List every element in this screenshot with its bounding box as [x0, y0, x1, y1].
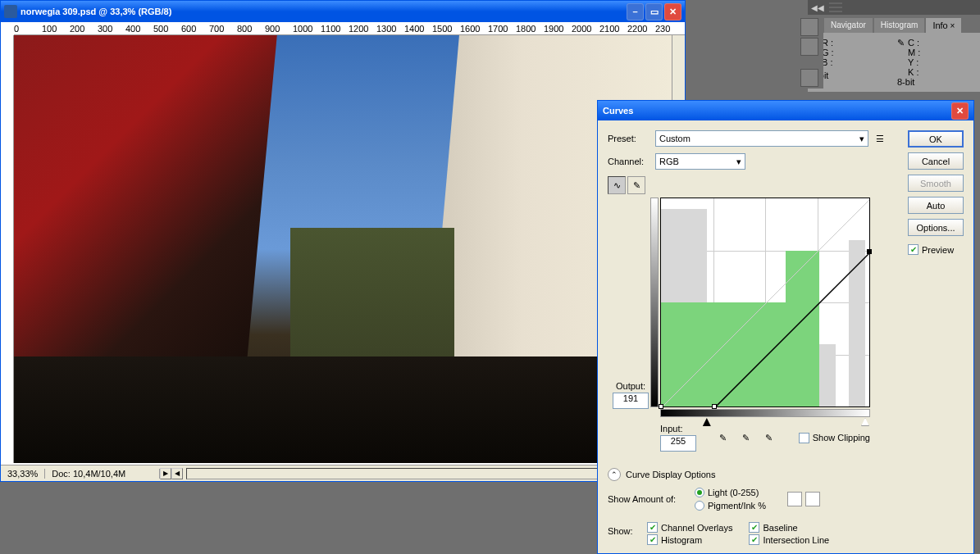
baseline-checkbox[interactable]: ✔ [749, 522, 759, 533]
tab-navigator[interactable]: Navigator [824, 18, 873, 33]
eyedropper-white-icon[interactable]: ✎ [760, 429, 777, 446]
black-slider[interactable] [703, 418, 711, 426]
preset-select[interactable]: Custom [655, 130, 868, 147]
curves-dialog: Curves ✕ OK Cancel Smooth Auto Options..… [597, 100, 974, 554]
pigment-radio[interactable] [695, 501, 704, 511]
tool-icon-1[interactable] [800, 18, 818, 36]
eyedropper-icon: ✎ [897, 38, 905, 77]
ruler-vertical[interactable] [1, 35, 14, 463]
info-b-label: B : [822, 57, 834, 67]
smooth-button[interactable]: Smooth [908, 175, 964, 192]
tab-info[interactable]: Info × [926, 18, 961, 33]
auto-button[interactable]: Auto [908, 197, 964, 214]
panel-menu-icon[interactable] [829, 2, 842, 13]
tool-icon-3[interactable] [800, 69, 818, 87]
document-window: norwegia 309.psd @ 33,3% (RGB/8) – ▭ ✕ 0… [0, 0, 686, 482]
grid-detailed-icon[interactable] [805, 492, 820, 506]
curves-titlebar[interactable]: Curves ✕ [598, 101, 973, 120]
info-r-label: R : [822, 38, 834, 48]
info-bit2: 8-bit [897, 77, 977, 87]
output-label: Output: [616, 381, 645, 391]
eyedropper-black-icon[interactable]: ✎ [714, 429, 731, 446]
ok-button[interactable]: OK [908, 130, 964, 148]
curves-dialog-title: Curves [603, 106, 951, 116]
document-canvas[interactable] [14, 35, 672, 463]
preview-label: Preview [922, 245, 954, 255]
status-bar: 33,33% Doc: 10,4M/10,4M ▶ ◀ [1, 465, 685, 481]
info-c-label: C : [908, 38, 920, 48]
show-clipping-label: Show Clipping [813, 433, 870, 443]
pigment-label: Pigment/Ink % [708, 501, 766, 511]
document-title: norwegia 309.psd @ 33,3% (RGB/8) [21, 7, 627, 16]
histogram-checkbox[interactable]: ✔ [647, 534, 658, 545]
curve-tool-pencil[interactable]: ✎ [627, 176, 645, 194]
close-button[interactable]: ✕ [664, 3, 681, 20]
tab-histogram[interactable]: Histogram [874, 18, 925, 33]
input-label: Input: [660, 424, 683, 434]
show-clipping-checkbox[interactable] [799, 433, 809, 443]
show-label: Show: [608, 526, 642, 536]
tool-icon-2[interactable] [800, 38, 818, 56]
white-slider[interactable] [861, 418, 869, 426]
preset-label: Preset: [608, 134, 650, 143]
input-gradient [660, 409, 870, 417]
grid-simple-icon[interactable] [787, 492, 802, 506]
light-label: Light (0-255) [708, 488, 759, 497]
info-panel: ◀◀ Navigator Histogram Info × ✎ R : G : … [808, 0, 980, 92]
panel-control-bar[interactable]: ◀◀ [808, 0, 980, 15]
preview-checkbox[interactable]: ✔ [908, 244, 918, 255]
zoom-level[interactable]: 33,33% [1, 469, 45, 479]
channel-label: Channel: [608, 157, 650, 166]
curves-grid[interactable] [660, 198, 870, 407]
maximize-button[interactable]: ▭ [645, 3, 663, 20]
info-k-label: K : [908, 67, 920, 77]
disclosure-button[interactable]: ⌃ [608, 468, 621, 481]
minimize-button[interactable]: – [627, 3, 644, 20]
curve [661, 198, 869, 406]
doc-info[interactable]: Doc: 10,4M/10,4M [45, 469, 160, 479]
preset-menu-icon[interactable]: ☰ [873, 134, 887, 144]
channel-select[interactable]: RGB [655, 153, 745, 170]
output-input[interactable]: 191 [613, 393, 649, 409]
eyedropper-gray-icon[interactable]: ✎ [737, 429, 754, 446]
scroll-menu-arrow[interactable]: ▶ [160, 468, 171, 479]
channel-overlays-checkbox[interactable]: ✔ [647, 522, 658, 533]
panel-collapse-icon[interactable]: ◀◀ [811, 3, 824, 12]
info-g-label: G : [822, 48, 834, 57]
curves-close-button[interactable]: ✕ [951, 102, 969, 120]
scroll-left-arrow[interactable]: ◀ [171, 468, 183, 479]
info-m-label: M : [908, 48, 920, 57]
cancel-button[interactable]: Cancel [908, 152, 964, 170]
curve-display-label: Curve Display Options [626, 470, 715, 479]
output-gradient [650, 198, 659, 407]
intersection-checkbox[interactable]: ✔ [749, 534, 759, 545]
show-amount-label: Show Amount of: [608, 494, 690, 504]
ruler-horizontal[interactable]: 0100200300400500600700800900100011001200… [14, 22, 685, 35]
info-panel-body: ✎ R : G : B : 8-bit ✎ C : M : Y : K : 8-… [808, 33, 980, 92]
curve-tool-points[interactable]: ∿ [608, 176, 626, 194]
options-button[interactable]: Options... [908, 219, 964, 236]
app-icon [4, 5, 17, 18]
input-input[interactable]: 255 [660, 435, 696, 452]
curve-point-white[interactable] [867, 249, 872, 254]
light-radio[interactable] [695, 488, 704, 497]
info-y-label: Y : [908, 57, 920, 67]
document-titlebar[interactable]: norwegia 309.psd @ 33,3% (RGB/8) – ▭ ✕ [1, 1, 685, 22]
